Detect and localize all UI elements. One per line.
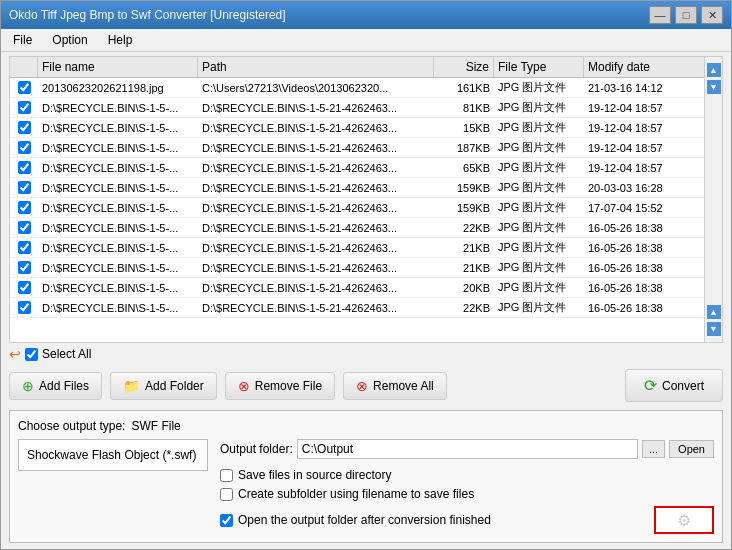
bottom-two-col: Shockwave Flash Object (*.swf) Output fo… (18, 439, 714, 534)
row-filename: D:\$RECYCLE.BIN\S-1-5-... (38, 140, 198, 156)
row-filename: D:\$RECYCLE.BIN\S-1-5-... (38, 220, 198, 236)
add-folder-button[interactable]: 📁 Add Folder (110, 372, 217, 400)
remove-file-icon: ⊗ (238, 378, 250, 394)
scroll-up-arrow[interactable]: ▲ (707, 63, 721, 77)
row-type: JPG 图片文件 (494, 98, 584, 117)
row-size: 187KB (434, 140, 494, 156)
file-list-scroll[interactable]: 20130623202621198.jpg C:\Users\27213\Vid… (10, 78, 704, 342)
row-checkbox[interactable] (18, 161, 31, 174)
row-checkbox[interactable] (18, 101, 31, 114)
table-row[interactable]: D:\$RECYCLE.BIN\S-1-5-... D:\$RECYCLE.BI… (10, 158, 704, 178)
save-source-checkbox[interactable] (220, 469, 233, 482)
header-type[interactable]: File Type (494, 57, 584, 77)
row-size: 15KB (434, 120, 494, 136)
table-row[interactable]: D:\$RECYCLE.BIN\S-1-5-... D:\$RECYCLE.BI… (10, 118, 704, 138)
header-date[interactable]: Modify date (584, 57, 704, 77)
row-date: 16-05-26 18:38 (584, 280, 704, 296)
menu-help[interactable]: Help (100, 31, 141, 49)
remove-all-button[interactable]: ⊗ Remove All (343, 372, 447, 400)
table-row[interactable]: D:\$RECYCLE.BIN\S-1-5-... D:\$RECYCLE.BI… (10, 258, 704, 278)
table-row[interactable]: D:\$RECYCLE.BIN\S-1-5-... D:\$RECYCLE.BI… (10, 298, 704, 318)
scroll-down-arrow[interactable]: ▼ (707, 80, 721, 94)
row-checkbox[interactable] (18, 221, 31, 234)
open-output-checkbox[interactable] (220, 514, 233, 527)
close-button[interactable]: ✕ (701, 6, 723, 24)
row-filename: 20130623202621198.jpg (38, 80, 198, 96)
maximize-button[interactable]: □ (675, 6, 697, 24)
output-type-label: Choose output type: (18, 419, 125, 433)
row-checkbox[interactable] (18, 301, 31, 314)
remove-file-button[interactable]: ⊗ Remove File (225, 372, 335, 400)
row-path: D:\$RECYCLE.BIN\S-1-5-21-4262463... (198, 160, 434, 176)
row-filename: D:\$RECYCLE.BIN\S-1-5-... (38, 200, 198, 216)
output-type-row: Choose output type: SWF File (18, 419, 714, 433)
row-checkbox[interactable] (18, 141, 31, 154)
select-all-label[interactable]: Select All (42, 347, 91, 361)
row-path: D:\$RECYCLE.BIN\S-1-5-21-4262463... (198, 180, 434, 196)
add-folder-label: Add Folder (145, 379, 204, 393)
checkbox-row-2: Create subfolder using filename to save … (220, 487, 714, 501)
row-date: 20-03-03 16:28 (584, 180, 704, 196)
menu-file[interactable]: File (5, 31, 40, 49)
header-path[interactable]: Path (198, 57, 434, 77)
row-path: C:\Users\27213\Videos\2013062320... (198, 80, 434, 96)
row-checkbox[interactable] (18, 181, 31, 194)
row-type: JPG 图片文件 (494, 178, 584, 197)
move-down-arrow[interactable]: ▼ (707, 322, 721, 336)
row-type: JPG 图片文件 (494, 78, 584, 97)
table-row[interactable]: 20130623202621198.jpg C:\Users\27213\Vid… (10, 78, 704, 98)
table-row[interactable]: D:\$RECYCLE.BIN\S-1-5-... D:\$RECYCLE.BI… (10, 218, 704, 238)
row-size: 65KB (434, 160, 494, 176)
row-checkbox[interactable] (18, 241, 31, 254)
select-all-checkbox[interactable] (25, 348, 38, 361)
row-path: D:\$RECYCLE.BIN\S-1-5-21-4262463... (198, 200, 434, 216)
table-row[interactable]: D:\$RECYCLE.BIN\S-1-5-... D:\$RECYCLE.BI… (10, 278, 704, 298)
checkbox-row-3: Open the output folder after conversion … (220, 513, 650, 527)
row-checkbox[interactable] (18, 121, 31, 134)
menu-bar: File Option Help (1, 29, 731, 52)
row-type: JPG 图片文件 (494, 238, 584, 257)
row-type: JPG 图片文件 (494, 278, 584, 297)
row-checkbox[interactable] (18, 81, 31, 94)
header-filename[interactable]: File name (38, 57, 198, 77)
back-icon: ↩ (9, 346, 21, 362)
row-filename: D:\$RECYCLE.BIN\S-1-5-... (38, 260, 198, 276)
move-up-arrow[interactable]: ▲ (707, 305, 721, 319)
remove-all-icon: ⊗ (356, 378, 368, 394)
row-checkbox[interactable] (18, 261, 31, 274)
row-type: JPG 图片文件 (494, 198, 584, 217)
output-folder-input[interactable] (297, 439, 638, 459)
menu-option[interactable]: Option (44, 31, 95, 49)
row-size: 20KB (434, 280, 494, 296)
table-row[interactable]: D:\$RECYCLE.BIN\S-1-5-... D:\$RECYCLE.BI… (10, 198, 704, 218)
table-row[interactable]: D:\$RECYCLE.BIN\S-1-5-... D:\$RECYCLE.BI… (10, 138, 704, 158)
row-path: D:\$RECYCLE.BIN\S-1-5-21-4262463... (198, 240, 434, 256)
row-date: 16-05-26 18:38 (584, 260, 704, 276)
row-type: JPG 图片文件 (494, 118, 584, 137)
table-row[interactable]: D:\$RECYCLE.BIN\S-1-5-... D:\$RECYCLE.BI… (10, 238, 704, 258)
gear-icon: ⚙ (677, 511, 691, 530)
minimize-button[interactable]: — (649, 6, 671, 24)
table-header: File name Path Size File Type Modify dat… (10, 57, 704, 78)
row-type: JPG 图片文件 (494, 298, 584, 317)
row-checkbox[interactable] (18, 201, 31, 214)
header-check (10, 57, 38, 77)
row-path: D:\$RECYCLE.BIN\S-1-5-21-4262463... (198, 120, 434, 136)
progress-box: ⚙ (654, 506, 714, 534)
browse-button[interactable]: ... (642, 440, 665, 458)
table-row[interactable]: D:\$RECYCLE.BIN\S-1-5-... D:\$RECYCLE.BI… (10, 178, 704, 198)
add-files-button[interactable]: ⊕ Add Files (9, 372, 102, 400)
right-col: Output folder: ... Open Save files in so… (220, 439, 714, 534)
header-size[interactable]: Size (434, 57, 494, 77)
convert-button[interactable]: ⟳ Convert (625, 369, 723, 402)
row-filename: D:\$RECYCLE.BIN\S-1-5-... (38, 280, 198, 296)
row-size: 21KB (434, 260, 494, 276)
open-folder-button[interactable]: Open (669, 440, 714, 458)
output-folder-label: Output folder: (220, 442, 293, 456)
row-filename: D:\$RECYCLE.BIN\S-1-5-... (38, 120, 198, 136)
row-checkbox[interactable] (18, 281, 31, 294)
checkbox-row-1: Save files in source directory (220, 468, 714, 482)
table-row[interactable]: D:\$RECYCLE.BIN\S-1-5-... D:\$RECYCLE.BI… (10, 98, 704, 118)
create-subfolder-checkbox[interactable] (220, 488, 233, 501)
row-date: 17-07-04 15:52 (584, 200, 704, 216)
